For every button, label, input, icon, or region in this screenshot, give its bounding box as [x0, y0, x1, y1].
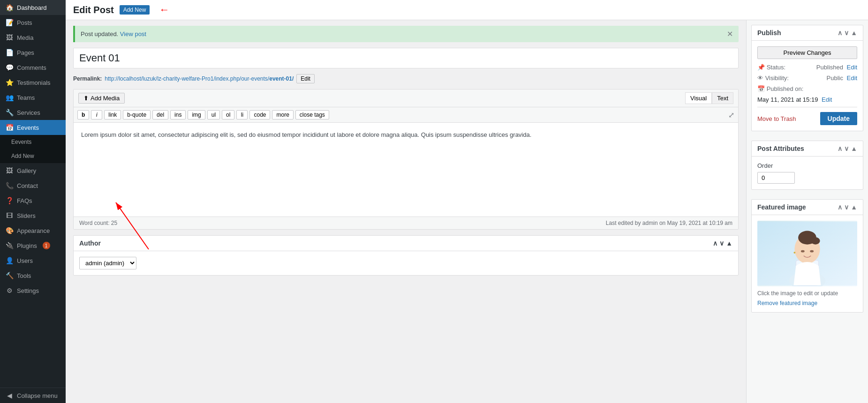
- link-button[interactable]: link: [104, 110, 121, 119]
- featured-image-content: Click the image to edit or update Remove…: [752, 215, 863, 312]
- post-title-input[interactable]: [73, 48, 739, 68]
- collapse-menu-button[interactable]: ◀ Collapse menu: [0, 388, 66, 403]
- featured-image-caption: Click the image to edit or update: [757, 290, 857, 297]
- sidebar-item-media[interactable]: 🖼 Media: [0, 30, 66, 45]
- bquote-button[interactable]: b-quote: [123, 110, 151, 119]
- publish-header-controls: ∧ ∨ ▲: [838, 29, 857, 37]
- sidebar-item-label: Dashboard: [17, 4, 47, 11]
- publish-section-label: Publish: [757, 29, 781, 37]
- edit-permalink-button[interactable]: Edit: [296, 74, 315, 83]
- sidebar-item-tools[interactable]: 🔨 Tools: [0, 268, 66, 283]
- sidebar-item-comments[interactable]: 💬 Comments: [0, 60, 66, 75]
- post-attributes-label: Post Attributes: [757, 145, 804, 152]
- view-post-link[interactable]: View post: [120, 30, 146, 37]
- teams-icon: 👥: [6, 94, 13, 101]
- sidebar-item-appearance[interactable]: 🎨 Appearance: [0, 223, 66, 238]
- featured-image-header[interactable]: Featured image ∧ ∨ ▲: [752, 200, 863, 215]
- publish-widget-content: Preview Changes 📌 Status: Published Edit…: [752, 41, 863, 131]
- sidebar-item-sliders[interactable]: 🎞 Sliders: [0, 208, 66, 223]
- sidebar-item-label: Posts: [17, 19, 32, 26]
- sidebar-item-label: FAQs: [17, 197, 32, 204]
- arrow-indicator: ←: [159, 4, 169, 16]
- order-input[interactable]: [757, 172, 795, 184]
- code-button[interactable]: code: [249, 110, 270, 119]
- collapse-down-icon: ∨: [844, 29, 849, 37]
- last-edited: Last edited by admin on May 19, 2021 at …: [606, 220, 732, 226]
- ol-button[interactable]: ol: [222, 110, 234, 119]
- post-attributes-header[interactable]: Post Attributes ∧ ∨ ▲: [752, 141, 863, 157]
- visibility-edit-link[interactable]: Edit: [847, 75, 857, 82]
- add-new-button[interactable]: Add New: [120, 5, 150, 15]
- sidebar-item-teams[interactable]: 👥 Teams: [0, 90, 66, 105]
- author-select[interactable]: admin (admin): [79, 257, 136, 269]
- published-label: Published on:: [767, 85, 804, 92]
- ul-button[interactable]: ul: [207, 110, 220, 119]
- sidebar-item-gallery[interactable]: 🖼 Gallery: [0, 163, 66, 178]
- editor-area: Post updated. View post ✕ ← Permalink: h…: [66, 20, 746, 403]
- add-media-button[interactable]: ⬆ Add Media: [78, 93, 125, 104]
- sidebar-item-pages[interactable]: 📄 Pages: [0, 45, 66, 60]
- plugins-badge: 1: [43, 242, 50, 249]
- more-button[interactable]: more: [272, 110, 293, 119]
- update-button[interactable]: Update: [820, 112, 857, 125]
- sidebar-item-label: Gallery: [17, 167, 36, 174]
- visual-view-button[interactable]: Visual: [685, 92, 712, 104]
- sidebar-item-label: Teams: [17, 94, 35, 101]
- sidebar-item-dashboard[interactable]: 🏠 Dashboard: [0, 0, 66, 15]
- sidebar-item-contact[interactable]: 📞 Contact: [0, 178, 66, 193]
- fullscreen-button[interactable]: ⤢: [728, 111, 734, 119]
- move-to-trash-link[interactable]: Move to Trash: [757, 115, 796, 122]
- notice-text: Post updated. View post: [81, 30, 146, 37]
- img-button[interactable]: img: [188, 110, 205, 119]
- sidebar-item-label: Contact: [17, 182, 38, 189]
- sidebar-item-eevents[interactable]: 📅 Eevents: [0, 120, 66, 135]
- remove-featured-image-link[interactable]: Remove featured image: [757, 300, 817, 306]
- li-button[interactable]: li: [236, 110, 248, 119]
- author-box-header[interactable]: Author ∧ ∨ ▲: [74, 236, 738, 251]
- published-date-row: May 11, 2021 at 15:19 Edit: [757, 96, 857, 103]
- sidebar-item-testimonials[interactable]: ⭐ Testimonials: [0, 75, 66, 90]
- sidebar-item-plugins[interactable]: 🔌 Plugins 1: [0, 238, 66, 253]
- author-box: Author ∧ ∨ ▲ admin (admin): [73, 235, 739, 276]
- italic-button[interactable]: i: [91, 110, 102, 119]
- dashboard-icon: 🏠: [6, 4, 13, 11]
- author-header-controls: ∧ ∨ ▲: [713, 239, 732, 247]
- del-button[interactable]: del: [152, 110, 168, 119]
- published-edit-link[interactable]: Edit: [822, 96, 832, 103]
- featured-image-thumbnail[interactable]: [757, 221, 857, 286]
- published-date: May 11, 2021 at 15:19: [757, 96, 818, 103]
- sidebar-item-eevents-all[interactable]: Eevents: [0, 135, 66, 149]
- eevents-submenu: Eevents Add New: [0, 135, 66, 163]
- text-view-button[interactable]: Text: [712, 92, 733, 104]
- status-edit-link[interactable]: Edit: [847, 64, 857, 71]
- sidebar-item-eevents-add[interactable]: Add New: [0, 149, 66, 163]
- close-tags-button[interactable]: close tags: [295, 110, 329, 119]
- ins-button[interactable]: ins: [170, 110, 186, 119]
- svg-point-9: [801, 250, 805, 253]
- sidebar-item-posts[interactable]: 📝 Posts: [0, 15, 66, 30]
- sidebar-item-faqs[interactable]: ❓ FAQs: [0, 193, 66, 208]
- permalink-label: Permalink:: [73, 75, 102, 82]
- notice-close-button[interactable]: ✕: [727, 30, 733, 38]
- featured-image-label: Featured image: [757, 203, 806, 211]
- status-row: 📌 Status: Published Edit: [757, 64, 857, 71]
- svg-point-7: [811, 237, 820, 244]
- services-icon: 🔧: [6, 109, 13, 116]
- published-row: 📅 Published on:: [757, 85, 857, 92]
- bold-button[interactable]: b: [77, 110, 89, 119]
- order-label: Order: [757, 162, 857, 169]
- editor-content[interactable]: Lorem ipsum dolor sit amet, consectetur …: [74, 123, 738, 216]
- publish-widget-header[interactable]: Publish ∧ ∨ ▲: [752, 25, 863, 41]
- status-value: Published: [816, 64, 843, 71]
- pa-chevron-icon: ▲: [851, 145, 857, 152]
- permalink-link[interactable]: http://localhost/luzuk/lz-charity-welfar…: [105, 75, 294, 82]
- sidebar-item-label: Pages: [17, 49, 34, 56]
- sidebar-item-users[interactable]: 👤 Users: [0, 253, 66, 268]
- contact-icon: 📞: [6, 182, 13, 189]
- post-attributes-content: Order: [752, 157, 863, 189]
- collapse-chevron-icon: ▲: [851, 29, 857, 37]
- sidebar-item-settings[interactable]: ⚙ Settings: [0, 283, 66, 298]
- preview-changes-button[interactable]: Preview Changes: [757, 46, 857, 59]
- publish-actions: Move to Trash Update: [757, 112, 857, 125]
- sidebar-item-services[interactable]: 🔧 Services: [0, 105, 66, 120]
